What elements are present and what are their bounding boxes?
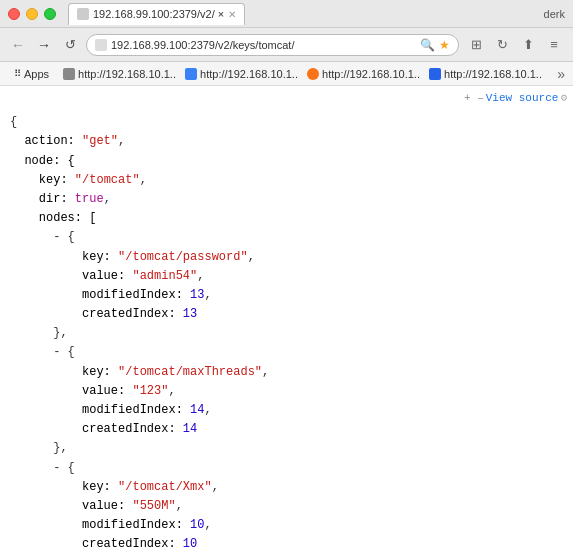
- reload-button[interactable]: ↺: [60, 35, 80, 55]
- share-icon[interactable]: ⬆: [517, 34, 539, 56]
- bookmark-label-0: http://192.168.10.1...: [78, 68, 177, 80]
- apps-bookmark[interactable]: ⠿ Apps: [8, 66, 55, 82]
- json-key-node: node: {: [24, 154, 74, 168]
- bookmark-star-icon[interactable]: ★: [439, 38, 450, 52]
- view-source-link[interactable]: View source: [486, 90, 559, 108]
- apps-label: Apps: [24, 68, 49, 80]
- bookmark-item-0[interactable]: http://192.168.10.1...: [57, 66, 177, 82]
- apps-grid-icon: ⠿: [14, 68, 21, 79]
- tab-title: 192.168.99.100:2379/v2/ ×: [93, 8, 224, 20]
- search-icon[interactable]: 🔍: [420, 38, 435, 52]
- bookmark-favicon-2: [307, 68, 319, 80]
- bookmark-favicon-3: [429, 68, 441, 80]
- reader-view-icon[interactable]: ⊞: [465, 34, 487, 56]
- bookmark-item-3[interactable]: http://192.168.10.1...: [423, 66, 543, 82]
- json-key-action: action:: [24, 134, 82, 148]
- bookmark-label-3: http://192.168.10.1...: [444, 68, 543, 80]
- bookmarks-more-icon[interactable]: »: [557, 66, 565, 82]
- tab-close-icon[interactable]: ✕: [228, 9, 236, 20]
- back-button[interactable]: ←: [8, 35, 28, 55]
- bookmarks-bar: ⠿ Apps http://192.168.10.1... http://192…: [0, 62, 573, 86]
- content-area: + – View source ⚙ { action: "get", node:…: [0, 86, 573, 547]
- bookmark-label-1: http://192.168.10.1...: [200, 68, 299, 80]
- maximize-button[interactable]: [44, 8, 56, 20]
- address-favicon: [95, 39, 107, 51]
- bookmark-favicon-0: [63, 68, 75, 80]
- settings-icon[interactable]: ⚙: [560, 90, 567, 108]
- view-source-bar: + – View source ⚙: [464, 90, 567, 108]
- active-tab[interactable]: 192.168.99.100:2379/v2/ × ✕: [68, 3, 245, 25]
- json-key-dir: dir:: [39, 192, 75, 206]
- profile-label: derk: [544, 8, 565, 20]
- toolbar-actions: ⊞ ↻ ⬆ ≡: [465, 34, 565, 56]
- refresh-icon[interactable]: ↻: [491, 34, 513, 56]
- bookmark-item-2[interactable]: http://192.168.10.1...: [301, 66, 421, 82]
- bookmark-label-2: http://192.168.10.1...: [322, 68, 421, 80]
- address-bar[interactable]: 192.168.99.100:2379/v2/keys/tomcat/ 🔍 ★: [86, 34, 459, 56]
- json-brace-open: {: [10, 115, 17, 129]
- minimize-button[interactable]: [26, 8, 38, 20]
- bookmark-item-1[interactable]: http://192.168.10.1...: [179, 66, 299, 82]
- tab-favicon: [77, 8, 89, 20]
- close-button[interactable]: [8, 8, 20, 20]
- json-key-node-key: key:: [39, 173, 75, 187]
- json-content: { action: "get", node: { key: "/tomcat",…: [10, 92, 563, 547]
- toolbar: ← → ↺ 192.168.99.100:2379/v2/keys/tomcat…: [0, 28, 573, 62]
- json-key-nodes: nodes: [: [39, 211, 97, 225]
- tab-bar: 192.168.99.100:2379/v2/ × ✕: [68, 3, 540, 25]
- view-source-prefix: + –: [464, 90, 484, 108]
- forward-button[interactable]: →: [34, 35, 54, 55]
- menu-icon[interactable]: ≡: [543, 34, 565, 56]
- titlebar: 192.168.99.100:2379/v2/ × ✕ derk: [0, 0, 573, 28]
- address-text: 192.168.99.100:2379/v2/keys/tomcat/: [111, 39, 416, 51]
- bookmark-favicon-1: [185, 68, 197, 80]
- traffic-lights: [8, 8, 56, 20]
